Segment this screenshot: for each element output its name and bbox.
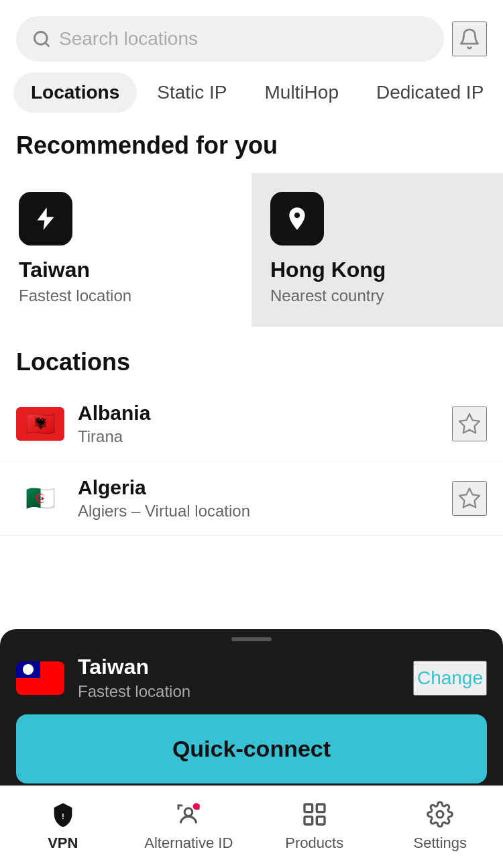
- recommended-title: Recommended for you: [0, 123, 503, 173]
- bell-icon: [458, 28, 481, 50]
- svg-line-1: [45, 42, 48, 46]
- star-icon: [457, 486, 482, 510]
- recommended-card-nearest[interactable]: Hong Kong Nearest country: [252, 173, 503, 327]
- drag-handle: [231, 637, 272, 641]
- algeria-flag: 🇩🇿: [16, 482, 64, 515]
- grid-icon: [301, 801, 328, 828]
- products-nav-icon: [300, 800, 329, 829]
- vpn-nav-icon: !: [48, 800, 78, 829]
- algeria-favorite-button[interactable]: [452, 481, 487, 516]
- svg-marker-2: [459, 414, 480, 433]
- algeria-info: Algeria Algiers – Virtual location: [78, 476, 452, 521]
- nav-item-alt-id[interactable]: Alternative ID: [126, 786, 252, 868]
- albania-favorite-button[interactable]: [452, 406, 487, 441]
- svg-point-11: [437, 811, 443, 818]
- albania-flag: 🇦🇱: [16, 407, 64, 441]
- star-icon: [457, 412, 482, 436]
- pin-icon: [284, 205, 311, 232]
- nav-item-settings[interactable]: Settings: [378, 786, 504, 868]
- search-container: Search locations: [0, 0, 503, 72]
- alt-id-nav-label: Alternative ID: [144, 834, 233, 852]
- search-placeholder: Search locations: [59, 28, 198, 50]
- nearest-location-name: Hong Kong: [270, 258, 484, 282]
- bottom-location-info: Taiwan Fastest location: [78, 655, 413, 701]
- products-nav-label: Products: [285, 834, 343, 852]
- tab-multihop[interactable]: MultiHop: [247, 72, 356, 113]
- albania-name: Albania: [78, 402, 452, 425]
- nav-item-products[interactable]: Products: [252, 786, 378, 868]
- bottom-location-subtitle: Fastest location: [78, 682, 413, 701]
- search-bar[interactable]: Search locations: [16, 16, 444, 62]
- tab-dedicated-ip[interactable]: Dedicated IP: [359, 72, 501, 113]
- alt-id-nav-icon: [174, 800, 203, 829]
- location-item-albania[interactable]: 🇦🇱 Albania Tirana: [0, 387, 503, 462]
- albania-subtitle: Tirana: [78, 427, 452, 446]
- svg-rect-9: [304, 816, 313, 824]
- albania-info: Albania Tirana: [78, 402, 452, 446]
- lightning-icon: [32, 205, 59, 232]
- search-icon: [32, 30, 51, 48]
- svg-rect-10: [317, 816, 325, 824]
- locations-section-title: Locations: [0, 327, 503, 387]
- bottom-navigation: ! VPN Alternative ID: [0, 785, 503, 868]
- tabs-bar: Locations Static IP MultiHop Dedicated I…: [0, 72, 503, 123]
- settings-nav-label: Settings: [414, 834, 467, 852]
- svg-text:!: !: [62, 812, 64, 820]
- svg-point-6: [193, 803, 200, 810]
- tab-static-ip[interactable]: Static IP: [139, 72, 244, 113]
- recommended-card-fastest[interactable]: Taiwan Fastest location: [0, 173, 252, 327]
- location-item-algeria[interactable]: 🇩🇿 Algeria Algiers – Virtual location: [0, 462, 503, 536]
- nav-item-vpn[interactable]: ! VPN: [0, 786, 126, 868]
- change-location-button[interactable]: Change: [413, 661, 487, 696]
- vpn-nav-label: VPN: [48, 834, 78, 852]
- taiwan-flag-bottom: [16, 661, 64, 695]
- nearest-location-subtitle: Nearest country: [270, 286, 484, 305]
- svg-rect-8: [317, 804, 325, 812]
- svg-point-5: [184, 808, 192, 816]
- settings-nav-icon: [425, 800, 455, 829]
- algeria-subtitle: Algiers – Virtual location: [78, 502, 452, 521]
- bottom-location-row: Taiwan Fastest location Change: [16, 655, 487, 701]
- bottom-location-name: Taiwan: [78, 655, 413, 680]
- svg-marker-3: [459, 488, 480, 508]
- quick-connect-button[interactable]: Quick-connect: [16, 714, 487, 783]
- notifications-button[interactable]: [452, 21, 487, 56]
- svg-rect-7: [304, 804, 313, 812]
- shield-icon: !: [50, 801, 76, 828]
- algeria-name: Algeria: [78, 476, 452, 499]
- gear-icon: [427, 801, 453, 828]
- fastest-location-name: Taiwan: [19, 258, 233, 282]
- lightning-icon-container: [19, 192, 72, 246]
- person-scan-icon: [175, 801, 202, 828]
- bottom-panel: Taiwan Fastest location Change Quick-con…: [0, 629, 503, 794]
- fastest-location-subtitle: Fastest location: [19, 286, 233, 305]
- tab-locations[interactable]: Locations: [13, 72, 137, 113]
- recommended-cards: Taiwan Fastest location Hong Kong Neares…: [0, 173, 503, 327]
- pin-icon-container: [270, 192, 324, 246]
